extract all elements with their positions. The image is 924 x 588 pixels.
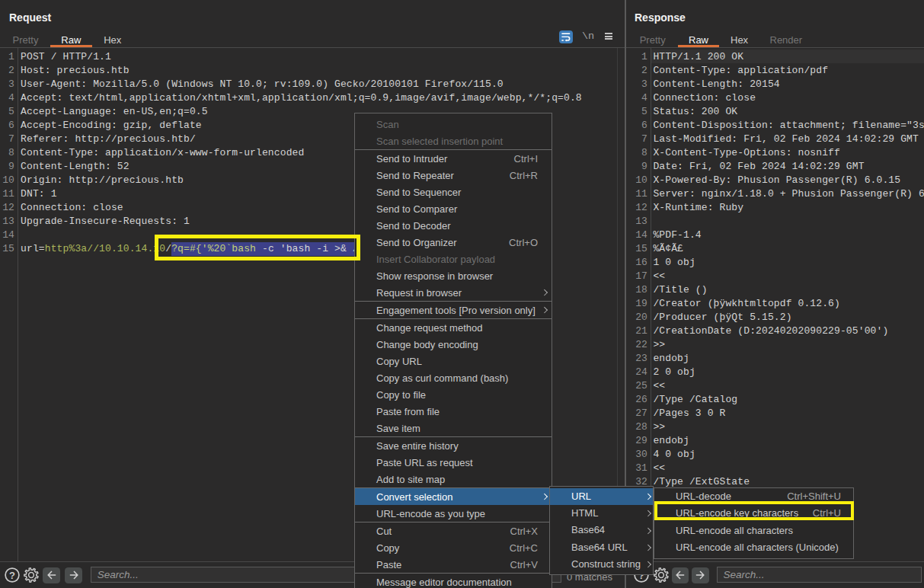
svg-text:?: ? xyxy=(9,569,15,580)
